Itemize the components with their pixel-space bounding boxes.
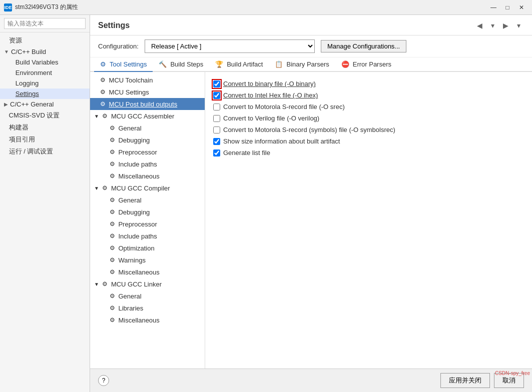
ct-item-icon: ⚙ [108, 160, 116, 168]
error-parsers-label: Error Parsers [353, 60, 391, 68]
ct-item-label: General [118, 124, 141, 132]
app-icon: IDE [4, 4, 12, 12]
content-tree-item-asm-include-paths[interactable]: ⚙Include paths [90, 158, 205, 170]
left-tree-item-logging[interactable]: Logging [0, 78, 90, 88]
tree-item-label: CMSIS-SVD 设置 [9, 111, 60, 120]
checkbox-convert-binary[interactable] [213, 80, 220, 88]
minimize-button[interactable]: — [487, 2, 500, 13]
ct-item-icon: ⚙ [108, 148, 116, 156]
left-tree-item-project-ref[interactable]: 项目引用 [0, 134, 90, 146]
tab-error-parsers[interactable]: ⛔Error Parsers [335, 58, 397, 72]
build-artifact-label: Build Artifact [227, 60, 263, 68]
ct-item-icon: ⚙ [108, 136, 116, 144]
ct-item-icon: ⚙ [108, 256, 116, 264]
left-tree-item-run-debug[interactable]: 运行 / 调试设置 [0, 146, 90, 158]
window-title: stm32l496VGT3 的属性 [15, 3, 487, 12]
content-tree-item-asm-preprocessor[interactable]: ⚙Preprocessor [90, 146, 205, 158]
error-parsers-icon: ⛔ [341, 60, 349, 68]
content-tree-item-linker-miscellaneous[interactable]: ⚙Miscellaneous [90, 314, 205, 326]
checkbox-show-size[interactable] [213, 138, 220, 145]
ct-item-icon: ⚙ [108, 220, 116, 228]
ct-item-label: Miscellaneous [118, 172, 159, 180]
search-input[interactable] [4, 18, 86, 29]
content-tree-item-gcc-miscellaneous[interactable]: ⚙Miscellaneous [90, 266, 205, 278]
content-tree-item-linker-general[interactable]: ⚙General [90, 290, 205, 302]
main-container: 资源▼C/C++ Build Build Variables Environme… [0, 15, 532, 392]
tree-item-label: 资源 [9, 36, 22, 45]
tree-item-label: Environment [16, 69, 52, 76]
ct-item-label: Libraries [118, 304, 143, 312]
search-box [0, 15, 90, 32]
tree-item-label: Logging [16, 80, 39, 87]
content-tree-item-gcc-optimization[interactable]: ⚙Optimization [90, 242, 205, 254]
left-tree-item-cpp-build[interactable]: ▼C/C++ Build [0, 46, 90, 57]
tabs-row: ⚙Tool Settings🔨Build Steps🏆Build Artifac… [90, 58, 532, 72]
tab-binary-parsers[interactable]: 📋Binary Parsers [269, 58, 335, 72]
ct-item-icon: ⚙ [108, 268, 116, 276]
left-tree-item-cpp-general[interactable]: ▶C/C++ General [0, 99, 90, 110]
left-tree: 资源▼C/C++ Build Build Variables Environme… [0, 32, 90, 392]
left-tree-item-settings[interactable]: Settings [0, 88, 90, 99]
ct-item-icon: ⚙ [108, 316, 116, 324]
content-tree-item-gcc-warnings[interactable]: ⚙Warnings [90, 254, 205, 266]
left-tree-item-builder[interactable]: 构建器 [0, 122, 90, 134]
content-tree-item-gcc-include-paths[interactable]: ⚙Include paths [90, 230, 205, 242]
content-tree-item-asm-debugging[interactable]: ⚙Debugging [90, 134, 205, 146]
ct-item-icon: ⚙ [101, 280, 109, 288]
ct-item-icon: ⚙ [108, 304, 116, 312]
checkbox-convert-verilog[interactable] [213, 115, 220, 122]
checkbox-label-generate-list: Generate list file [223, 149, 270, 156]
left-tree-item-cmsis-svd[interactable]: CMSIS-SVD 设置 [0, 110, 90, 122]
content-tree-item-mcu-gcc-compiler[interactable]: ▼⚙MCU GCC Compiler [90, 182, 205, 194]
ct-arrow-icon: ▼ [94, 186, 99, 191]
ct-item-icon: ⚙ [99, 100, 107, 108]
content-tree-item-asm-general[interactable]: ⚙General [90, 122, 205, 134]
maximize-button[interactable]: □ [501, 2, 514, 13]
tab-build-steps[interactable]: 🔨Build Steps [153, 58, 209, 72]
close-button[interactable]: ✕ [515, 2, 528, 13]
content-tree-item-mcu-gcc-linker[interactable]: ▼⚙MCU GCC Linker [90, 278, 205, 290]
ct-item-icon: ⚙ [101, 112, 109, 120]
ct-item-label: MCU GCC Assembler [111, 112, 174, 120]
nav-forward-dropdown-button[interactable]: ▾ [513, 20, 524, 31]
content-tree-item-linker-libraries[interactable]: ⚙Libraries [90, 302, 205, 314]
checkbox-row-generate-list: Generate list file [213, 147, 524, 158]
tree-item-label: Build Variables [16, 58, 59, 66]
ct-item-icon: ⚙ [99, 76, 107, 84]
help-button[interactable]: ? [98, 375, 109, 386]
nav-back-button[interactable]: ◀ [474, 20, 485, 31]
build-steps-label: Build Steps [170, 60, 203, 68]
nav-back-dropdown-button[interactable]: ▾ [487, 20, 498, 31]
content-tree-item-gcc-debugging[interactable]: ⚙Debugging [90, 206, 205, 218]
tab-tool-settings[interactable]: ⚙Tool Settings [94, 58, 153, 72]
checkbox-label-convert-srec: Convert to Motorola S-record file (-O sr… [223, 103, 345, 110]
config-select[interactable]: Release [ Active ] Debug [145, 40, 315, 53]
tree-item-label: Settings [16, 90, 39, 98]
binary-parsers-icon: 📋 [275, 60, 283, 68]
content-tree-item-gcc-general[interactable]: ⚙General [90, 194, 205, 206]
left-tree-item-resources[interactable]: 资源 [0, 34, 90, 46]
checkbox-convert-hex[interactable] [213, 92, 220, 99]
content-tree-item-mcu-settings[interactable]: ⚙MCU Settings [90, 86, 205, 98]
content-tree-item-mcu-toolchain[interactable]: ⚙MCU Toolchain [90, 74, 205, 86]
content-tree-item-mcu-gcc-assembler[interactable]: ▼⚙MCU GCC Assembler [90, 110, 205, 122]
nav-forward-button[interactable]: ▶ [500, 20, 511, 31]
content-tree-item-mcu-post-build[interactable]: ⚙MCU Post build outputs [90, 98, 205, 110]
apply-close-button[interactable]: 应用并关闭 [440, 373, 490, 388]
manage-configs-button[interactable]: Manage Configurations... [321, 40, 406, 52]
checkbox-convert-srec[interactable] [213, 104, 220, 110]
content-tree-item-asm-miscellaneous[interactable]: ⚙Miscellaneous [90, 170, 205, 182]
ct-item-icon: ⚙ [108, 244, 116, 252]
checkbox-convert-symbolsrec[interactable] [213, 126, 220, 134]
checkbox-generate-list[interactable] [213, 150, 220, 156]
ct-item-label: General [118, 292, 141, 300]
content-tree: ⚙MCU Toolchain ⚙MCU Settings ⚙MCU Post b… [90, 72, 205, 368]
checkbox-row-convert-symbolsrec: Convert to Motorola S-record (symbols) f… [213, 124, 524, 136]
ct-item-label: Include paths [118, 160, 157, 168]
left-tree-item-build-variables[interactable]: Build Variables [0, 57, 90, 68]
ct-item-icon: ⚙ [108, 292, 116, 300]
ct-item-icon: ⚙ [99, 88, 107, 96]
left-tree-item-environment[interactable]: Environment [0, 68, 90, 78]
content-tree-item-gcc-preprocessor[interactable]: ⚙Preprocessor [90, 218, 205, 230]
tab-build-artifact[interactable]: 🏆Build Artifact [209, 58, 269, 72]
